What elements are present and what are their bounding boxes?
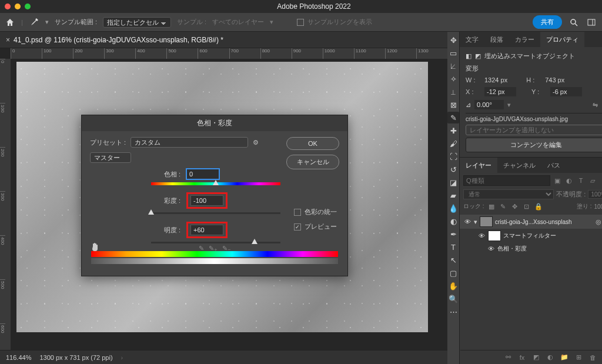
eyedropper-tool[interactable]: ✎ — [447, 112, 459, 123]
adjustment-icon[interactable]: ◐ — [546, 353, 555, 362]
fill-value[interactable]: 100% — [594, 203, 602, 210]
lock-artboard-icon[interactable]: ⊡ — [522, 202, 531, 211]
lightness-slider-thumb[interactable] — [252, 239, 257, 244]
hue-input[interactable] — [186, 169, 219, 179]
zoom-tool[interactable]: 🔍 — [447, 293, 459, 305]
eyedropper-add-icon[interactable]: ✎₊ — [209, 245, 218, 252]
heal-tool[interactable]: ✚ — [447, 125, 459, 136]
lock-all-icon[interactable]: 🔒 — [534, 202, 543, 211]
stamp-tool[interactable]: ⛶ — [447, 151, 459, 162]
brush-tool[interactable]: 🖌 — [447, 138, 459, 149]
hand-tool[interactable]: ✋ — [447, 280, 459, 292]
visibility-icon[interactable]: 👁 — [463, 218, 471, 226]
lock-pixels-icon[interactable]: ▩ — [487, 202, 496, 211]
lock-paint-icon[interactable]: ✎ — [499, 202, 508, 211]
hue-slider-thumb[interactable] — [213, 180, 219, 185]
lightness-input[interactable] — [190, 225, 223, 235]
opacity-value[interactable]: 100% — [588, 190, 602, 199]
move-tool[interactable]: ✥ — [447, 34, 459, 46]
wand-tool[interactable]: ✧ — [447, 73, 459, 85]
smart-filter-row[interactable]: 👁 スマートフィルター — [460, 229, 602, 243]
eyedropper-icon[interactable] — [29, 17, 39, 28]
ok-button[interactable]: OK — [286, 137, 339, 150]
tab-channels[interactable]: チャンネル — [497, 158, 541, 173]
cancel-button[interactable]: キャンセル — [286, 155, 339, 169]
preview-checkbox[interactable]: ✓ — [294, 223, 301, 231]
sample-range-select[interactable]: 指定したピクセル — [103, 17, 171, 28]
more-tools[interactable]: ⋯ — [447, 306, 459, 318]
home-icon[interactable] — [5, 17, 15, 28]
minimize-window[interactable] — [15, 4, 21, 9]
tab-layers[interactable]: レイヤー — [460, 158, 497, 173]
tab-color[interactable]: カラー — [509, 32, 540, 47]
show-ring-checkbox[interactable] — [297, 19, 304, 26]
search-icon[interactable] — [568, 16, 580, 28]
colorize-checkbox[interactable] — [294, 209, 301, 216]
gradient-tool[interactable]: ▰ — [447, 189, 459, 201]
pen-tool[interactable]: ✒ — [447, 228, 459, 240]
gear-icon[interactable]: ⚙ — [253, 139, 259, 146]
visibility-icon[interactable]: 👁 — [477, 232, 486, 240]
marquee-tool[interactable]: ▭ — [447, 47, 459, 59]
channel-select[interactable]: マスター — [90, 152, 131, 163]
mask-icon[interactable]: ◩ — [531, 353, 541, 362]
blur-tool[interactable]: 💧 — [447, 202, 459, 214]
filter-adjust-icon[interactable]: ◐ — [564, 176, 574, 185]
filter-item-row[interactable]: 👁 色相・彩度 ≡ — [460, 243, 602, 255]
edit-contents-button[interactable]: コンテンツを編集 — [466, 138, 602, 152]
preset-label: プリセット : — [90, 138, 126, 147]
y-input[interactable] — [550, 87, 582, 96]
tab-character[interactable]: 文字 — [460, 32, 484, 47]
lasso-tool[interactable]: ⟀ — [447, 60, 459, 72]
new-layer-icon[interactable]: ⊞ — [574, 353, 583, 362]
angle-input[interactable] — [474, 100, 504, 109]
path-select-tool[interactable]: ↖ — [447, 254, 459, 266]
close-window[interactable] — [5, 4, 11, 9]
tab-properties[interactable]: プロパティ — [540, 32, 584, 47]
saturation-slider-thumb[interactable] — [148, 209, 154, 215]
filter-shape-icon[interactable]: ▱ — [588, 176, 597, 185]
eyedropper-icon[interactable]: ✎ — [199, 245, 204, 252]
maximize-window[interactable] — [25, 4, 31, 9]
history-brush-tool[interactable]: ↺ — [447, 163, 459, 175]
tab-paragraph[interactable]: 段落 — [484, 32, 509, 47]
workspace-icon[interactable] — [586, 16, 597, 28]
close-tab-icon[interactable]: × — [6, 36, 10, 44]
crop-tool[interactable]: ⟂ — [447, 86, 459, 98]
document-tab-title: 41_0.psd @ 116% (cristi-goia-JgDUVGAXsso… — [14, 36, 223, 44]
layer-name[interactable]: cristi-goia-Jg...Xsso-unsplash — [495, 219, 593, 225]
tab-paths[interactable]: パス — [541, 158, 566, 173]
saturation-label: 彩度 : — [116, 196, 180, 205]
blend-mode-select[interactable]: 通常 — [463, 189, 554, 199]
hand-tool-icon[interactable] — [90, 242, 101, 252]
eyedropper-subtract-icon[interactable]: ✎₋ — [222, 245, 231, 252]
group-icon[interactable]: 📁 — [560, 353, 569, 362]
filter-text-icon[interactable]: T — [576, 176, 586, 185]
dodge-tool[interactable]: ◐ — [447, 215, 459, 227]
smart-object-badge-icon: ◎ — [596, 218, 601, 226]
frame-tool[interactable]: ⊠ — [447, 99, 459, 111]
filter-name[interactable]: 色相・彩度 — [497, 245, 602, 253]
filter-image-icon[interactable]: ▣ — [553, 176, 562, 185]
layer-comp-select[interactable]: レイヤーカンプを適用しない — [466, 125, 602, 135]
saturation-input[interactable] — [190, 195, 223, 206]
link-icon[interactable]: ⚯ — [503, 353, 513, 362]
eraser-tool[interactable]: ◪ — [447, 176, 459, 188]
preset-select[interactable]: カスタム — [131, 137, 248, 148]
layer-search[interactable] — [463, 175, 550, 186]
visibility-icon[interactable]: 👁 — [487, 245, 495, 253]
hue-saturation-dialog[interactable]: 色相・彩度 OK キャンセル プリセット : カスタム ⚙ マスター 色相 : … — [81, 115, 348, 276]
lightness-highlight — [186, 222, 228, 238]
shape-tool[interactable]: ▢ — [447, 267, 459, 279]
type-tool[interactable]: T — [447, 241, 459, 253]
share-button[interactable]: 共有 — [533, 15, 562, 29]
layer-row[interactable]: 👁 ▾ cristi-goia-Jg...Xsso-unsplash ◎ ⌃ — [460, 215, 602, 229]
flip-h-icon[interactable]: ⇋ — [593, 101, 598, 109]
filter-smart-icon[interactable]: ◫ — [600, 176, 602, 185]
document-tab[interactable]: × 41_0.psd @ 116% (cristi-goia-JgDUVGAXs… — [6, 36, 223, 44]
lock-position-icon[interactable]: ✥ — [510, 202, 520, 211]
fx-icon[interactable]: fx — [517, 353, 527, 362]
x-input[interactable] — [484, 87, 516, 96]
trash-icon[interactable]: 🗑 — [588, 353, 597, 362]
zoom-value[interactable]: 116.44% — [6, 354, 31, 361]
